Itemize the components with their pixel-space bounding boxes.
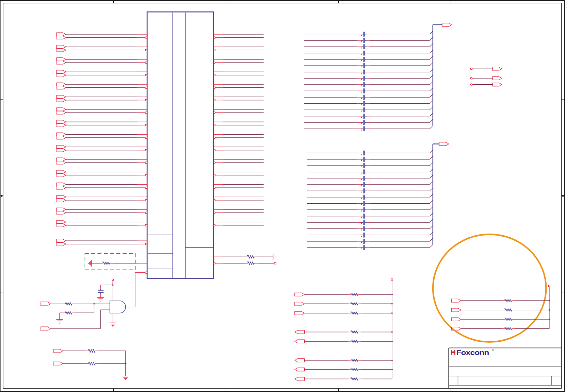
svg-text:Foxconn: Foxconn bbox=[456, 349, 489, 356]
svg-text:R: R bbox=[493, 350, 494, 351]
